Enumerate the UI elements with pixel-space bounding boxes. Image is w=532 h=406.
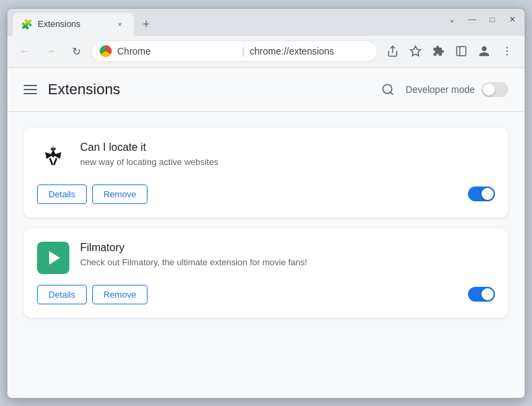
tab-title: Extensions: [38, 19, 81, 29]
card-bottom-can-i-locate-it: Details Remove: [37, 184, 495, 204]
can-i-locate-it-toggle-container: [468, 187, 495, 201]
card-top-can-i-locate-it: Can I locate it new way of locating acti…: [37, 141, 495, 174]
extension-card-filmatory: Filmatory Check out Filmatory, the ultim…: [24, 228, 508, 318]
developer-mode-toggle[interactable]: [481, 82, 508, 97]
filmatory-description: Check out Filmatory, the ultimate extens…: [80, 257, 495, 269]
title-bar: 🧩 Extensions × + ⌄ — □ ✕: [7, 9, 525, 36]
new-tab-button[interactable]: +: [137, 15, 156, 34]
can-i-locate-it-icon: [37, 141, 69, 174]
chrome-logo-icon: [100, 45, 112, 57]
url-text: chrome://extensions: [250, 46, 369, 57]
filmatory-play-icon: [49, 251, 60, 265]
active-tab[interactable]: 🧩 Extensions ×: [13, 13, 134, 36]
restore-down-icon[interactable]: ⌄: [446, 14, 457, 25]
developer-mode-section: Developer mode: [377, 79, 508, 100]
browser-window: 🧩 Extensions × + ⌄ — □ ✕ ← → ↻ Chrome | …: [7, 8, 525, 399]
close-button[interactable]: ✕: [507, 14, 518, 25]
page-content: Extensions Developer mode: [7, 68, 525, 398]
tab-extensions-icon: 🧩: [21, 19, 32, 30]
card-top-filmatory: Filmatory Check out Filmatory, the ultim…: [37, 242, 495, 274]
bookmark-button[interactable]: [405, 40, 426, 62]
svg-point-6: [506, 54, 508, 55]
extensions-puzzle-button[interactable]: [428, 40, 449, 62]
can-i-locate-it-name: Can I locate it: [80, 141, 495, 154]
svg-marker-1: [411, 46, 421, 56]
filmatory-toggle[interactable]: [468, 287, 495, 302]
filmatory-remove-button[interactable]: Remove: [92, 285, 147, 304]
filmatory-details-button[interactable]: Details: [37, 285, 87, 304]
filmatory-info: Filmatory Check out Filmatory, the ultim…: [80, 242, 495, 269]
reload-button[interactable]: ↻: [65, 40, 87, 62]
developer-mode-label: Developer mode: [405, 84, 475, 95]
can-i-locate-it-details-button[interactable]: Details: [37, 184, 87, 204]
sidebar-button[interactable]: [451, 40, 472, 62]
toolbar-action-icons: [382, 40, 518, 62]
filmatory-icon: [37, 242, 69, 274]
card-bottom-filmatory: Details Remove: [37, 285, 495, 304]
can-i-locate-it-info: Can I locate it new way of locating acti…: [80, 141, 495, 168]
chrome-label: Chrome: [117, 46, 236, 57]
minimize-button[interactable]: —: [467, 14, 477, 25]
address-divider: |: [242, 46, 244, 57]
forward-button[interactable]: →: [40, 40, 61, 62]
address-bar[interactable]: Chrome | chrome://extensions: [91, 40, 378, 62]
svg-point-5: [506, 50, 508, 52]
can-i-locate-it-remove-button[interactable]: Remove: [92, 184, 147, 204]
menu-button[interactable]: [496, 40, 518, 62]
filmatory-toggle-container: [468, 287, 495, 302]
tab-close-button[interactable]: ×: [114, 18, 126, 30]
page-header: Extensions Developer mode: [7, 68, 525, 112]
account-button[interactable]: [473, 40, 495, 62]
svg-point-7: [383, 84, 392, 93]
window-controls: ⌄ — □ ✕: [446, 14, 518, 25]
search-button[interactable]: [377, 79, 399, 100]
can-i-locate-it-description: new way of locating active websites: [80, 156, 495, 168]
extension-card-can-i-locate-it: Can I locate it new way of locating acti…: [24, 128, 508, 217]
maximize-button[interactable]: □: [487, 14, 498, 25]
can-i-locate-it-toggle[interactable]: [468, 187, 495, 201]
browser-toolbar: ← → ↻ Chrome | chrome://extensions: [7, 36, 525, 68]
svg-point-4: [506, 47, 508, 48]
page-title: Extensions: [48, 81, 377, 98]
extensions-list: Can I locate it new way of locating acti…: [7, 112, 525, 334]
share-button[interactable]: [382, 40, 403, 62]
hamburger-menu-button[interactable]: [24, 85, 37, 94]
filmatory-name: Filmatory: [80, 242, 495, 254]
back-button[interactable]: ←: [14, 40, 36, 62]
svg-line-8: [391, 92, 393, 94]
svg-rect-2: [457, 46, 466, 56]
